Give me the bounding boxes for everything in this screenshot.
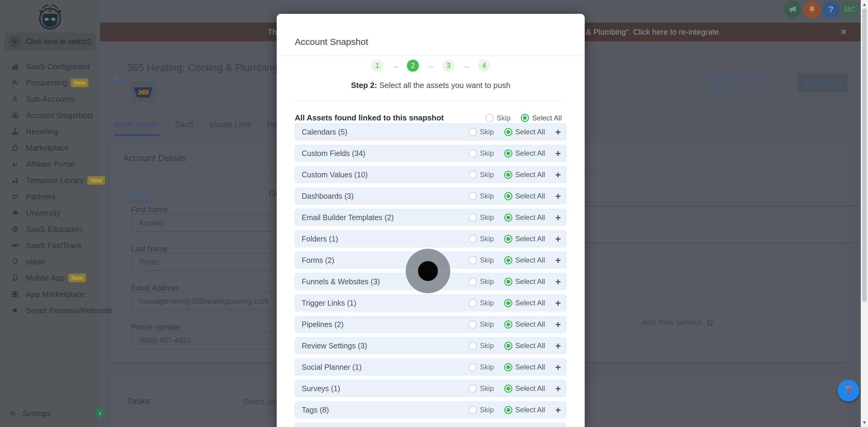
- actions-dropdown-button[interactable]: Actions: [797, 73, 848, 93]
- select-all-radio[interactable]: [504, 235, 513, 243]
- scroll-down-arrow-icon[interactable]: ▼: [861, 420, 868, 425]
- expand-plus-icon[interactable]: +: [555, 212, 561, 222]
- sidebar-item-saas-fasttrack[interactable]: SaaS FastTrack: [0, 237, 100, 254]
- sidebar-item-sub-accounts[interactable]: Sub-Accounts: [0, 91, 100, 107]
- skip-radio[interactable]: [469, 256, 477, 264]
- expand-plus-icon[interactable]: +: [555, 149, 561, 158]
- sidebar-item-template-library[interactable]: Template Library New: [0, 172, 100, 189]
- sidebar-item-affiliate-portal[interactable]: Affiliate Portal: [0, 156, 100, 172]
- expand-plus-icon[interactable]: +: [555, 234, 561, 243]
- expand-plus-icon[interactable]: +: [555, 320, 561, 329]
- skip-radio[interactable]: [469, 171, 477, 179]
- expand-plus-icon[interactable]: +: [555, 191, 561, 201]
- sidebar-item-reselling[interactable]: Reselling: [0, 124, 100, 140]
- skip-all-radio[interactable]: [486, 114, 494, 122]
- select-all-radio[interactable]: [504, 299, 513, 307]
- select-all-radio[interactable]: [504, 320, 513, 329]
- skip-radio[interactable]: [469, 150, 477, 158]
- skip-radio[interactable]: [469, 277, 477, 286]
- user-avatar[interactable]: MC: [841, 1, 859, 18]
- back-arrow-icon[interactable]: [112, 75, 125, 85]
- support-chat-widget[interactable]: ?: [838, 380, 859, 401]
- step-2-active[interactable]: 2: [407, 60, 419, 72]
- account-switcher[interactable]: Click here to switch: [4, 33, 96, 51]
- switch-to-sub-account-button[interactable]: Switch to Sub-Account: [710, 73, 787, 94]
- id-card-icon: [11, 111, 19, 120]
- sidebar-item-prospecting[interactable]: Prospecting New: [0, 75, 100, 91]
- tab-account[interactable]: Account: [123, 189, 153, 198]
- tab-usage-limit[interactable]: Usage Limit: [210, 120, 251, 136]
- add-new-service-button[interactable]: Add New Service: [642, 318, 714, 327]
- announcements-button[interactable]: [784, 1, 801, 18]
- notes-textarea[interactable]: [569, 206, 868, 243]
- expand-plus-icon[interactable]: +: [555, 341, 561, 351]
- page-scrollbar[interactable]: ▲ ▼: [861, 0, 868, 427]
- select-all-radio[interactable]: [504, 192, 513, 200]
- skip-radio[interactable]: [469, 128, 477, 136]
- skip-radio[interactable]: [469, 342, 477, 350]
- tab-basic-details[interactable]: Basic Details: [114, 120, 159, 136]
- sidebar-item-marketplace[interactable]: Marketplace: [0, 140, 100, 156]
- banner-text-right[interactable]: & Plumbing". Click here to re-integrate.: [586, 23, 721, 41]
- sidebar-item-settings[interactable]: Settings: [0, 405, 100, 422]
- sidebar-item-label: App Marketplace: [26, 290, 85, 299]
- skip-radio[interactable]: [469, 192, 477, 200]
- user-search-icon: [11, 78, 19, 87]
- expand-plus-icon[interactable]: +: [555, 362, 561, 372]
- select-all-radio[interactable]: [504, 385, 513, 393]
- sidebar-item-smart-reviews[interactable]: Smart Reviews/Referrals: [0, 302, 100, 319]
- skip-radio[interactable]: [469, 320, 477, 329]
- skip-radio[interactable]: [469, 363, 477, 371]
- scrollbar-thumb[interactable]: [862, 8, 867, 302]
- settings-label: Settings: [22, 409, 51, 418]
- sidebar-item-label: SaaS Configurator: [26, 62, 90, 71]
- help-button[interactable]: ?: [822, 1, 840, 18]
- scroll-up-arrow-icon[interactable]: ▲: [861, 2, 868, 7]
- expand-plus-icon[interactable]: +: [555, 255, 561, 265]
- expand-plus-icon[interactable]: +: [555, 405, 561, 415]
- tab-saas[interactable]: SaaS: [175, 120, 194, 136]
- skip-radio[interactable]: [469, 406, 477, 414]
- step-4[interactable]: 4: [478, 60, 490, 72]
- expand-plus-icon[interactable]: +: [555, 384, 561, 393]
- divider: [295, 101, 567, 101]
- select-all-radio[interactable]: [504, 363, 513, 371]
- select-all-radio[interactable]: [504, 128, 513, 136]
- skip-radio[interactable]: [469, 214, 477, 222]
- expand-plus-icon[interactable]: +: [555, 298, 561, 308]
- sidebar-item-label: Template Library: [26, 176, 84, 185]
- business-logo-text: 365: [138, 89, 149, 96]
- expand-plus-icon[interactable]: +: [555, 127, 561, 137]
- skip-radio[interactable]: [469, 385, 477, 393]
- step-3[interactable]: 3: [442, 60, 455, 72]
- notifications-button[interactable]: [803, 1, 821, 18]
- select-all-radio[interactable]: [504, 214, 513, 222]
- skip-radio[interactable]: [469, 299, 477, 307]
- sidebar-item-app-marketplace[interactable]: App Marketplace: [0, 286, 100, 302]
- sidebar-item-ideas[interactable]: Ideas: [0, 254, 100, 270]
- select-all-radio[interactable]: [504, 342, 513, 350]
- select-all-label[interactable]: Select All: [532, 114, 562, 122]
- sidebar-item-partners[interactable]: Partners: [0, 189, 100, 205]
- bar-chart-icon: [11, 62, 19, 71]
- banner-close-icon[interactable]: ✕: [840, 23, 847, 41]
- select-all-radio[interactable]: [504, 406, 513, 414]
- select-all-radio[interactable]: [521, 114, 529, 122]
- select-user-dropdown[interactable]: Select user: [243, 397, 282, 406]
- sidebar-item-saas-education[interactable]: SaaS Education: [0, 221, 100, 237]
- sidebar-item-university[interactable]: University: [0, 205, 100, 221]
- step-1[interactable]: 1: [371, 60, 383, 72]
- skip-radio[interactable]: [469, 235, 477, 243]
- sidebar-item-saas-configurator[interactable]: SaaS Configurator: [0, 58, 100, 75]
- select-all-radio[interactable]: [504, 277, 513, 286]
- arrow-right-icon: →: [427, 61, 435, 70]
- sidebar-item-mobile-app[interactable]: Mobile App New: [0, 270, 100, 286]
- select-all-radio[interactable]: [504, 171, 513, 179]
- select-all-radio[interactable]: [504, 150, 513, 158]
- expand-plus-icon[interactable]: +: [555, 170, 561, 179]
- skip-label[interactable]: Skip: [497, 114, 511, 122]
- expand-plus-icon[interactable]: +: [555, 277, 561, 286]
- sidebar-collapse-button[interactable]: ‹: [96, 408, 104, 417]
- select-all-radio[interactable]: [504, 256, 513, 264]
- sidebar-item-account-snapshots[interactable]: Account Snapshots: [0, 107, 100, 124]
